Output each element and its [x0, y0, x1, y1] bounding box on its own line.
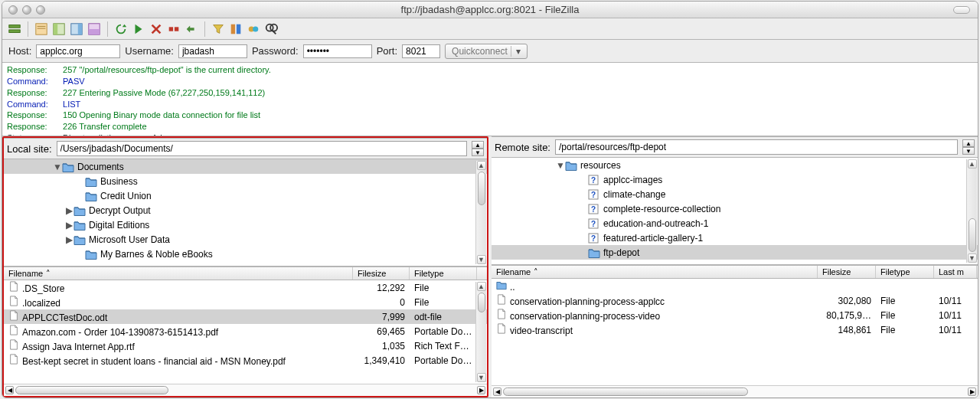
svg-rect-11: [169, 27, 173, 31]
local-site-stepper[interactable]: ▲▼: [472, 141, 484, 156]
file-row[interactable]: Amazon.com - Order 104-1390873-6151413.p…: [4, 324, 487, 338]
toggle-log-icon[interactable]: [34, 21, 49, 37]
tree-item[interactable]: climate-change: [492, 187, 978, 201]
remote-file-list[interactable]: ..conservation-planning-process-applcc30…: [492, 279, 978, 385]
tree-label: Credit Union: [100, 191, 152, 201]
message-log: Response: 257 "/portal/resources/ftp-dep…: [2, 63, 978, 136]
file-row[interactable]: Best-kept secret in student loans - fina…: [4, 353, 487, 368]
svg-rect-0: [9, 25, 20, 28]
tree-label: Business: [100, 176, 138, 187]
password-input[interactable]: [303, 44, 372, 58]
tree-item[interactable]: My Barnes & Noble eBooks: [4, 247, 487, 261]
log-line: Command: PASV: [7, 76, 973, 87]
file-row[interactable]: ..: [492, 279, 978, 293]
unknown-folder-icon: [588, 233, 600, 244]
remote-hscroll[interactable]: ◀▶: [492, 385, 978, 397]
file-icon: [496, 294, 507, 305]
remote-file-header[interactable]: Filename˄ Filesize Filetype Last m: [492, 265, 978, 279]
toggle-remote-tree-icon[interactable]: [69, 21, 84, 37]
folder-icon: [85, 249, 97, 260]
file-icon: [8, 281, 19, 292]
tree-item[interactable]: education-and-outreach-1: [492, 216, 978, 231]
sort-asc-icon: ˄: [534, 267, 538, 277]
remote-site-input[interactable]: [555, 139, 958, 155]
local-file-header[interactable]: Filename˄ Filesize Filetype: [4, 267, 487, 280]
process-queue-icon[interactable]: [131, 21, 146, 37]
port-label: Port:: [377, 45, 397, 57]
local-tree[interactable]: ▼DocumentsBusinessCredit Union▶Decrypt O…: [4, 159, 487, 267]
file-icon: [496, 309, 507, 319]
tree-label: applcc-images: [603, 175, 662, 185]
tree-item[interactable]: ▶Microsoft User Data: [4, 232, 487, 247]
local-pane: Local site: ▲▼ ▼DocumentsBusinessCredit …: [2, 136, 488, 397]
sync-browse-icon[interactable]: [246, 21, 261, 37]
disconnect-icon[interactable]: [166, 21, 181, 37]
tree-item[interactable]: Business: [4, 174, 487, 188]
remote-tree[interactable]: ▼resourcesapplcc-imagesclimate-changecom…: [492, 158, 978, 265]
local-site-input[interactable]: [57, 141, 467, 156]
file-row[interactable]: APPLCCTestDoc.odt7,999odt-file: [4, 309, 487, 324]
svg-rect-13: [231, 24, 235, 34]
parent-folder-icon: [496, 280, 507, 290]
folder-icon: [565, 160, 577, 171]
tree-item[interactable]: ▼resources: [492, 158, 978, 172]
remote-site-stepper[interactable]: ▲▼: [962, 139, 975, 155]
tree-item[interactable]: Credit Union: [4, 188, 487, 203]
site-manager-icon[interactable]: [7, 21, 22, 37]
username-input[interactable]: [178, 44, 247, 58]
log-line: Response: 150 Opening Binary mode data c…: [7, 110, 973, 121]
svg-point-16: [253, 26, 258, 31]
file-icon: [8, 339, 19, 350]
filter-icon[interactable]: [211, 21, 226, 37]
tree-item[interactable]: ▼Documents: [4, 159, 487, 174]
tree-label: My Barnes & Noble eBooks: [100, 249, 213, 260]
toggle-queue-icon[interactable]: [87, 21, 102, 37]
port-input[interactable]: [402, 44, 440, 58]
remote-pane: Remote site: ▲▼ ▼resourcesapplcc-imagesc…: [492, 136, 978, 397]
tree-label: education-and-outreach-1: [603, 218, 708, 229]
file-row[interactable]: conservation-planning-process-applcc302,…: [492, 293, 978, 308]
log-line: Response: 257 "/portal/resources/ftp-dep…: [7, 64, 973, 76]
quickconnect-bar: Host: Username: Password: Port: Quickcon…: [2, 40, 978, 63]
log-line: Command: LIST: [7, 99, 973, 110]
folder-icon: [74, 234, 86, 245]
tree-label: featured-article-gallery-1: [603, 233, 703, 244]
host-input[interactable]: [36, 44, 120, 58]
tree-label: complete-resource-collection: [603, 204, 720, 214]
titlebar: ftp://jbadash@applcc.org:8021 - FileZill…: [2, 2, 978, 18]
toggle-local-tree-icon[interactable]: [51, 21, 67, 37]
cancel-icon[interactable]: [149, 21, 164, 37]
tree-item[interactable]: ▶Digital Editions: [4, 217, 487, 232]
log-line: Response: 227 Entering Passive Mode (67,…: [7, 87, 973, 99]
folder-icon: [74, 220, 86, 231]
file-row[interactable]: Assign Java Internet App.rtf1,035Rich Te…: [4, 338, 487, 353]
window-title: ftp://jbadash@applcc.org:8021 - FileZill…: [2, 4, 978, 15]
file-row[interactable]: .localized0File: [4, 295, 487, 309]
reconnect-icon[interactable]: [184, 21, 199, 37]
local-site-label: Local site:: [7, 143, 52, 155]
refresh-icon[interactable]: [113, 21, 129, 37]
folder-icon: [85, 176, 97, 187]
tree-item[interactable]: complete-resource-collection: [492, 201, 978, 216]
svg-rect-1: [9, 29, 20, 32]
tree-item[interactable]: ftp-depot: [492, 245, 978, 260]
search-remote-icon[interactable]: [263, 21, 279, 37]
tree-item[interactable]: applcc-images: [492, 172, 978, 187]
file-row[interactable]: conservation-planning-process-video80,17…: [492, 308, 978, 322]
tree-label: climate-change: [603, 189, 665, 200]
quickconnect-button[interactable]: Quickconnect ▾: [445, 44, 528, 59]
compare-icon[interactable]: [228, 21, 243, 37]
svg-point-19: [270, 24, 277, 31]
file-row[interactable]: .DS_Store12,292File: [4, 280, 487, 295]
local-file-list[interactable]: .DS_Store12,292File.localized0FileAPPLCC…: [4, 280, 487, 384]
unknown-folder-icon: [588, 218, 600, 229]
tree-item[interactable]: ▶Decrypt Output: [4, 203, 487, 217]
tree-item[interactable]: featured-article-gallery-1: [492, 231, 978, 245]
svg-rect-12: [175, 27, 178, 31]
remote-site-label: Remote site:: [495, 142, 550, 153]
local-hscroll[interactable]: ◀▶: [4, 384, 487, 396]
file-row[interactable]: video-transcript148,861File10/11: [492, 322, 978, 337]
file-icon: [8, 296, 19, 306]
quickconnect-dropdown-icon[interactable]: ▾: [511, 46, 521, 57]
folder-icon: [74, 205, 86, 216]
